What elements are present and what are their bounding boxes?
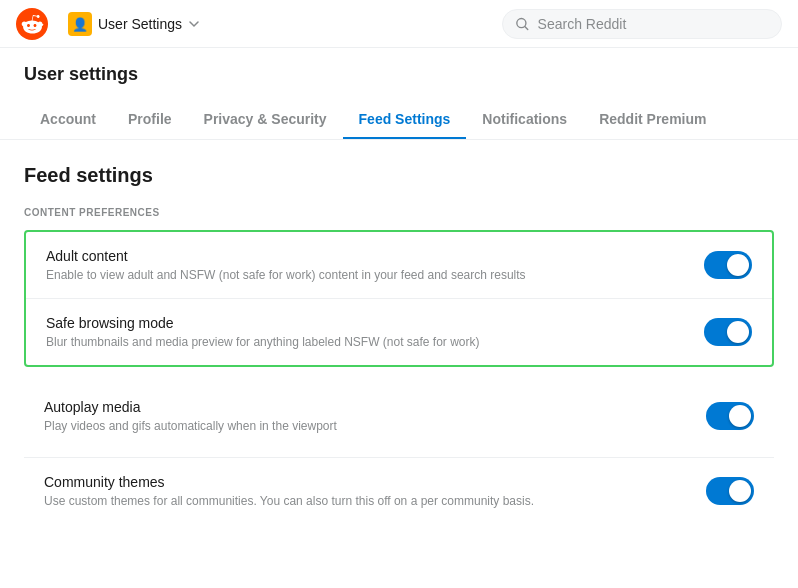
tab-account[interactable]: Account (24, 101, 112, 139)
page-title: User settings (24, 64, 774, 85)
user-avatar-icon: 👤 (68, 12, 92, 36)
user-settings-label: User Settings (98, 16, 182, 32)
feed-section-title: Feed settings (24, 164, 774, 187)
search-input[interactable] (538, 16, 769, 32)
tab-notifications[interactable]: Notifications (466, 101, 583, 139)
community-themes-desc: Use custom themes for all communities. Y… (44, 494, 690, 508)
autoplay-media-thumb (729, 405, 751, 427)
safe-browsing-row: Safe browsing mode Blur thumbnails and m… (26, 298, 772, 365)
main-content: Feed settings CONTENT PREFERENCES Adult … (0, 140, 798, 548)
tab-feed[interactable]: Feed Settings (343, 101, 467, 139)
community-themes-toggle[interactable] (706, 477, 754, 505)
reddit-logo-icon (16, 8, 48, 40)
autoplay-media-name: Autoplay media (44, 399, 690, 415)
community-themes-thumb (729, 480, 751, 502)
search-bar (502, 9, 782, 39)
highlighted-settings-box: Adult content Enable to view adult and N… (24, 230, 774, 367)
adult-content-thumb (727, 254, 749, 276)
community-themes-info: Community themes Use custom themes for a… (44, 474, 706, 508)
safe-browsing-desc: Blur thumbnails and media preview for an… (46, 335, 688, 349)
autoplay-media-info: Autoplay media Play videos and gifs auto… (44, 399, 706, 433)
dropdown-arrow-icon (188, 18, 200, 30)
safe-browsing-toggle[interactable] (704, 318, 752, 346)
adult-content-desc: Enable to view adult and NSFW (not safe … (46, 268, 688, 282)
adult-content-toggle[interactable] (704, 251, 752, 279)
adult-content-name: Adult content (46, 248, 688, 264)
search-icon (515, 16, 530, 32)
adult-content-row: Adult content Enable to view adult and N… (26, 232, 772, 298)
community-themes-row: Community themes Use custom themes for a… (24, 457, 774, 524)
svg-text:👤: 👤 (72, 16, 89, 33)
reddit-logo[interactable] (16, 8, 48, 40)
tab-profile[interactable]: Profile (112, 101, 188, 139)
autoplay-media-toggle[interactable] (706, 402, 754, 430)
safe-browsing-name: Safe browsing mode (46, 315, 688, 331)
user-settings-button[interactable]: 👤 User Settings (60, 8, 208, 40)
top-nav: 👤 User Settings (0, 0, 798, 48)
page-header: User settings Account Profile Privacy & … (0, 48, 798, 140)
tab-privacy[interactable]: Privacy & Security (188, 101, 343, 139)
community-themes-name: Community themes (44, 474, 690, 490)
adult-content-info: Adult content Enable to view adult and N… (46, 248, 704, 282)
autoplay-media-row: Autoplay media Play videos and gifs auto… (24, 383, 774, 449)
autoplay-media-desc: Play videos and gifs automatically when … (44, 419, 690, 433)
tab-premium[interactable]: Reddit Premium (583, 101, 722, 139)
content-preferences-label: CONTENT PREFERENCES (24, 207, 774, 218)
safe-browsing-thumb (727, 321, 749, 343)
safe-browsing-info: Safe browsing mode Blur thumbnails and m… (46, 315, 704, 349)
tabs: Account Profile Privacy & Security Feed … (24, 101, 774, 139)
